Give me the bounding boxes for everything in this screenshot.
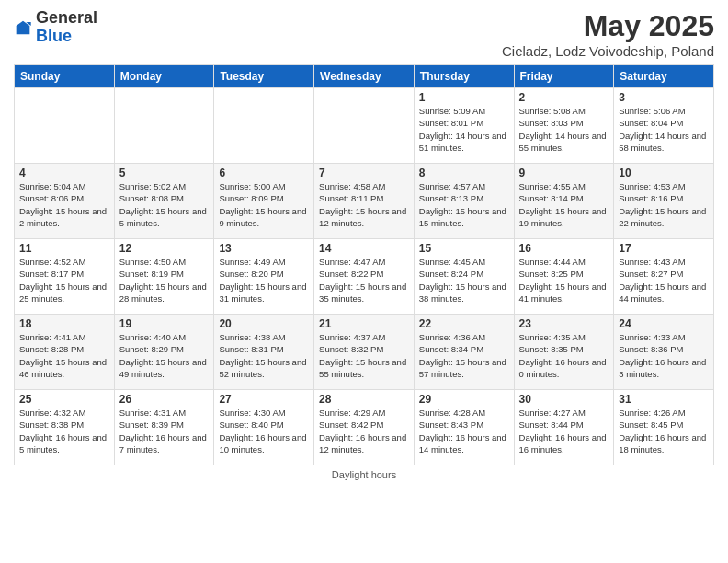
footer: Daylight hours bbox=[14, 469, 714, 480]
calendar-cell: 12Sunrise: 4:50 AM Sunset: 8:19 PM Dayli… bbox=[114, 239, 214, 315]
day-number: 23 bbox=[519, 317, 609, 330]
day-info: Sunrise: 4:55 AM Sunset: 8:14 PM Dayligh… bbox=[519, 180, 609, 229]
day-number: 28 bbox=[319, 393, 409, 406]
week-row-2: 4Sunrise: 5:04 AM Sunset: 8:06 PM Daylig… bbox=[15, 164, 714, 239]
calendar-cell: 30Sunrise: 4:27 AM Sunset: 8:44 PM Dayli… bbox=[514, 390, 614, 465]
day-number: 9 bbox=[519, 167, 609, 179]
calendar-cell: 4Sunrise: 5:04 AM Sunset: 8:06 PM Daylig… bbox=[15, 164, 115, 239]
calendar-cell: 31Sunrise: 4:26 AM Sunset: 8:45 PM Dayli… bbox=[614, 390, 714, 465]
calendar-cell: 27Sunrise: 4:30 AM Sunset: 8:40 PM Dayli… bbox=[214, 390, 314, 465]
calendar-cell: 10Sunrise: 4:53 AM Sunset: 8:16 PM Dayli… bbox=[614, 164, 714, 239]
day-number: 24 bbox=[619, 317, 709, 330]
day-number: 12 bbox=[119, 242, 210, 255]
calendar-cell: 23Sunrise: 4:35 AM Sunset: 8:35 PM Dayli… bbox=[514, 315, 614, 390]
day-number: 25 bbox=[19, 393, 109, 406]
day-number: 22 bbox=[419, 317, 509, 330]
day-number: 30 bbox=[519, 393, 609, 406]
day-number: 8 bbox=[419, 167, 509, 179]
day-header-wednesday: Wednesday bbox=[314, 65, 415, 88]
day-number: 4 bbox=[19, 167, 109, 179]
day-info: Sunrise: 4:32 AM Sunset: 8:38 PM Dayligh… bbox=[19, 407, 109, 455]
day-info: Sunrise: 4:47 AM Sunset: 8:22 PM Dayligh… bbox=[319, 256, 409, 304]
day-number: 17 bbox=[619, 242, 709, 255]
day-info: Sunrise: 4:30 AM Sunset: 8:40 PM Dayligh… bbox=[219, 407, 309, 455]
calendar-cell: 18Sunrise: 4:41 AM Sunset: 8:28 PM Dayli… bbox=[15, 315, 115, 390]
day-info: Sunrise: 4:28 AM Sunset: 8:43 PM Dayligh… bbox=[419, 407, 509, 455]
day-info: Sunrise: 4:27 AM Sunset: 8:44 PM Dayligh… bbox=[519, 407, 609, 455]
day-number: 5 bbox=[119, 167, 210, 179]
day-info: Sunrise: 4:50 AM Sunset: 8:19 PM Dayligh… bbox=[119, 256, 210, 304]
day-info: Sunrise: 4:36 AM Sunset: 8:34 PM Dayligh… bbox=[419, 331, 509, 380]
logo-blue: Blue bbox=[36, 27, 72, 45]
day-info: Sunrise: 4:37 AM Sunset: 8:32 PM Dayligh… bbox=[319, 331, 409, 380]
day-number: 31 bbox=[619, 393, 709, 406]
calendar-cell: 7Sunrise: 4:58 AM Sunset: 8:11 PM Daylig… bbox=[314, 164, 415, 239]
day-header-saturday: Saturday bbox=[614, 65, 714, 88]
day-number: 14 bbox=[319, 242, 409, 255]
calendar-cell: 15Sunrise: 4:45 AM Sunset: 8:24 PM Dayli… bbox=[414, 239, 514, 315]
day-header-monday: Monday bbox=[114, 65, 214, 88]
day-number: 13 bbox=[219, 242, 309, 255]
header: General Blue May 2025 Cieladz, Lodz Voiv… bbox=[14, 9, 714, 59]
calendar-cell: 11Sunrise: 4:52 AM Sunset: 8:17 PM Dayli… bbox=[15, 239, 115, 315]
week-row-4: 18Sunrise: 4:41 AM Sunset: 8:28 PM Dayli… bbox=[15, 315, 714, 390]
logo-icon bbox=[14, 18, 32, 37]
calendar-cell bbox=[114, 88, 214, 164]
day-info: Sunrise: 4:53 AM Sunset: 8:16 PM Dayligh… bbox=[619, 180, 709, 229]
day-info: Sunrise: 4:26 AM Sunset: 8:45 PM Dayligh… bbox=[619, 407, 709, 455]
day-header-thursday: Thursday bbox=[414, 65, 514, 88]
day-number: 11 bbox=[19, 242, 109, 255]
day-number: 10 bbox=[619, 167, 709, 179]
calendar-cell bbox=[214, 88, 314, 164]
day-info: Sunrise: 4:52 AM Sunset: 8:17 PM Dayligh… bbox=[19, 256, 109, 304]
day-number: 15 bbox=[419, 242, 509, 255]
calendar-cell: 13Sunrise: 4:49 AM Sunset: 8:20 PM Dayli… bbox=[214, 239, 314, 315]
day-header-sunday: Sunday bbox=[15, 65, 115, 88]
calendar-cell: 1Sunrise: 5:09 AM Sunset: 8:01 PM Daylig… bbox=[414, 88, 514, 164]
day-info: Sunrise: 5:08 AM Sunset: 8:03 PM Dayligh… bbox=[519, 105, 609, 154]
day-number: 20 bbox=[219, 317, 309, 330]
calendar-cell: 2Sunrise: 5:08 AM Sunset: 8:03 PM Daylig… bbox=[514, 88, 614, 164]
day-number: 19 bbox=[119, 317, 210, 330]
day-info: Sunrise: 5:06 AM Sunset: 8:04 PM Dayligh… bbox=[619, 105, 709, 154]
calendar-cell: 14Sunrise: 4:47 AM Sunset: 8:22 PM Dayli… bbox=[314, 239, 415, 315]
day-info: Sunrise: 4:41 AM Sunset: 8:28 PM Dayligh… bbox=[19, 331, 109, 380]
header-row: SundayMondayTuesdayWednesdayThursdayFrid… bbox=[15, 65, 714, 88]
day-info: Sunrise: 4:40 AM Sunset: 8:29 PM Dayligh… bbox=[119, 331, 210, 380]
day-info: Sunrise: 4:29 AM Sunset: 8:42 PM Dayligh… bbox=[319, 407, 409, 455]
calendar-cell: 22Sunrise: 4:36 AM Sunset: 8:34 PM Dayli… bbox=[414, 315, 514, 390]
day-info: Sunrise: 4:44 AM Sunset: 8:25 PM Dayligh… bbox=[519, 256, 609, 304]
day-info: Sunrise: 5:00 AM Sunset: 8:09 PM Dayligh… bbox=[219, 180, 309, 229]
week-row-1: 1Sunrise: 5:09 AM Sunset: 8:01 PM Daylig… bbox=[15, 88, 714, 164]
day-number: 1 bbox=[419, 91, 509, 104]
calendar-cell: 3Sunrise: 5:06 AM Sunset: 8:04 PM Daylig… bbox=[614, 88, 714, 164]
day-info: Sunrise: 4:57 AM Sunset: 8:13 PM Dayligh… bbox=[419, 180, 509, 229]
calendar-cell: 20Sunrise: 4:38 AM Sunset: 8:31 PM Dayli… bbox=[214, 315, 314, 390]
day-info: Sunrise: 4:35 AM Sunset: 8:35 PM Dayligh… bbox=[519, 331, 609, 380]
day-number: 26 bbox=[119, 393, 210, 406]
calendar-cell: 16Sunrise: 4:44 AM Sunset: 8:25 PM Dayli… bbox=[514, 239, 614, 315]
calendar-cell: 24Sunrise: 4:33 AM Sunset: 8:36 PM Dayli… bbox=[614, 315, 714, 390]
calendar-cell: 21Sunrise: 4:37 AM Sunset: 8:32 PM Dayli… bbox=[314, 315, 415, 390]
day-info: Sunrise: 5:02 AM Sunset: 8:08 PM Dayligh… bbox=[119, 180, 210, 229]
calendar-cell: 28Sunrise: 4:29 AM Sunset: 8:42 PM Dayli… bbox=[314, 390, 415, 465]
calendar-cell bbox=[15, 88, 115, 164]
day-info: Sunrise: 4:58 AM Sunset: 8:11 PM Dayligh… bbox=[319, 180, 409, 229]
day-number: 6 bbox=[219, 167, 309, 179]
calendar-cell: 29Sunrise: 4:28 AM Sunset: 8:43 PM Dayli… bbox=[414, 390, 514, 465]
title-area: May 2025 Cieladz, Lodz Voivodeship, Pola… bbox=[502, 9, 714, 59]
calendar-cell: 17Sunrise: 4:43 AM Sunset: 8:27 PM Dayli… bbox=[614, 239, 714, 315]
week-row-5: 25Sunrise: 4:32 AM Sunset: 8:38 PM Dayli… bbox=[15, 390, 714, 465]
calendar-cell: 5Sunrise: 5:02 AM Sunset: 8:08 PM Daylig… bbox=[114, 164, 214, 239]
day-info: Sunrise: 5:04 AM Sunset: 8:06 PM Dayligh… bbox=[19, 180, 109, 229]
calendar-cell: 9Sunrise: 4:55 AM Sunset: 8:14 PM Daylig… bbox=[514, 164, 614, 239]
day-number: 29 bbox=[419, 393, 509, 406]
day-number: 16 bbox=[519, 242, 609, 255]
logo-general: General bbox=[36, 8, 97, 27]
calendar-cell: 8Sunrise: 4:57 AM Sunset: 8:13 PM Daylig… bbox=[414, 164, 514, 239]
day-number: 18 bbox=[19, 317, 109, 330]
daylight-label: Daylight hours bbox=[332, 469, 396, 480]
logo: General Blue bbox=[14, 9, 97, 46]
day-info: Sunrise: 4:31 AM Sunset: 8:39 PM Dayligh… bbox=[119, 407, 210, 455]
calendar-table: SundayMondayTuesdayWednesdayThursdayFrid… bbox=[14, 64, 714, 465]
